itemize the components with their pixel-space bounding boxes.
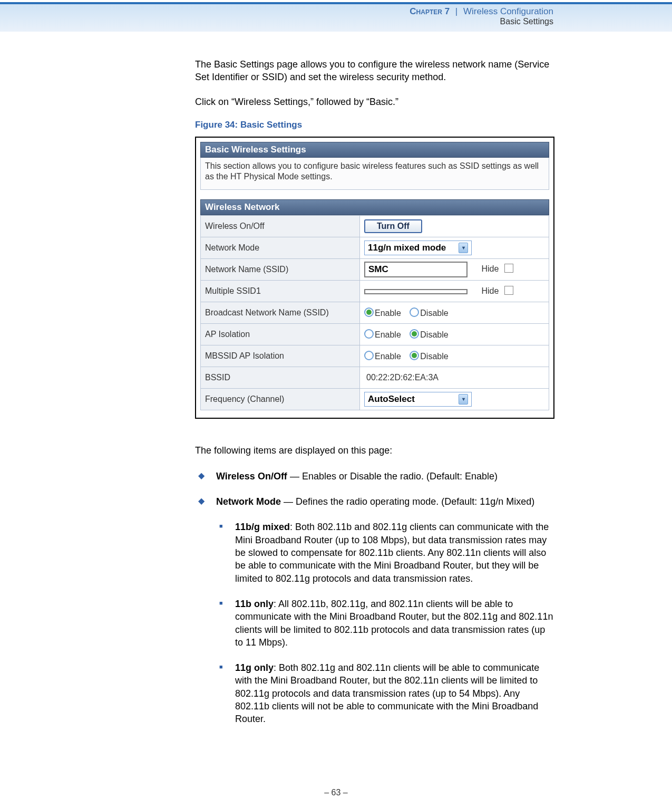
sub-bullet-11b-only: 11b only: All 802.11b, 802.11g, and 802.… (195, 598, 554, 649)
broadcast-ssid-label: Broadcast Network Name (SSID) (201, 302, 360, 323)
frequency-label: Frequency (Channel) (201, 388, 360, 410)
mbssid-enable-radio[interactable] (364, 351, 374, 360)
hide-ssid-checkbox[interactable] (504, 264, 513, 273)
items-intro: The following items are displayed on thi… (195, 445, 554, 456)
sub-bullet-title: 11b only (235, 599, 274, 609)
bssid-label: BSSID (201, 367, 360, 388)
apiso-disable-radio[interactable] (410, 329, 419, 339)
page-number: – 63 – (0, 788, 672, 797)
bullet-text: — Enables or Disable the radio. (Default… (287, 471, 498, 482)
multiple-ssid1-input[interactable] (364, 289, 468, 294)
sub-bullet-title: 11b/g mixed (235, 522, 290, 532)
network-mode-value: 11g/n mixed mode (368, 243, 446, 253)
panel-basic-wireless-desc: This section allows you to configure bas… (200, 158, 549, 190)
chapter-label: Chapter 7 (410, 6, 450, 16)
mbssid-disable-radio[interactable] (410, 351, 419, 360)
mbssid-isolation-label: MBSSID AP Isolation (201, 345, 360, 367)
mbssid-isolation-radio-group: Enable Disable (364, 352, 455, 361)
figure-caption: Figure 34: Basic Settings (195, 120, 554, 130)
intro-paragraph-1: The Basic Settings page allows you to co… (195, 58, 554, 84)
multiple-ssid1-label: Multiple SSID1 (201, 280, 360, 302)
page-subtitle: Basic Settings (0, 17, 553, 26)
bullet-network-mode: Network Mode — Defines the radio operati… (195, 495, 554, 508)
hide-mssid-checkbox[interactable] (504, 286, 513, 295)
broadcast-enable-radio[interactable] (364, 307, 374, 317)
sub-bullet-11bg-mixed: 11b/g mixed: Both 802.11b and 802.11g cl… (195, 521, 554, 584)
hide-mssid-label: Hide (481, 286, 499, 295)
chevron-down-icon: ▾ (459, 243, 468, 253)
ssid-input[interactable]: SMC (364, 262, 468, 277)
network-mode-label: Network Mode (201, 237, 360, 258)
broadcast-radio-group: Enable Disable (364, 309, 455, 318)
frequency-value: AutoSelect (368, 394, 415, 405)
sub-bullet-text: : Both 802.11g and 802.11n clients will … (235, 662, 539, 724)
ap-isolation-radio-group: Enable Disable (364, 330, 455, 339)
section-title: Wireless Configuration (463, 6, 553, 16)
panel-wireless-network-title: Wireless Network (200, 199, 549, 215)
wireless-onoff-label: Wireless On/Off (201, 215, 360, 237)
broadcast-disable-radio[interactable] (410, 307, 419, 317)
bullet-wireless-onoff: Wireless On/Off — Enables or Disable the… (195, 470, 554, 483)
network-mode-select[interactable]: 11g/n mixed mode ▾ (364, 241, 472, 255)
main-content: The Basic Settings page allows you to co… (195, 58, 554, 738)
bssid-value: 00:22:2D:62:EA:3A (364, 373, 439, 382)
chevron-down-icon: ▾ (459, 394, 468, 405)
separator: | (452, 6, 461, 16)
intro-paragraph-2: Click on “Wireless Settings,” followed b… (195, 95, 554, 108)
ssid-label: Network Name (SSID) (201, 258, 360, 280)
sub-bullet-text: : All 802.11b, 802.11g, and 802.11n clie… (235, 599, 553, 648)
panel-basic-wireless-title: Basic Wireless Settings (200, 142, 549, 158)
sub-bullet-title: 11g only (235, 662, 274, 673)
frequency-select[interactable]: AutoSelect ▾ (364, 392, 472, 407)
figure-screenshot: Basic Wireless Settings This section all… (195, 137, 554, 419)
sub-bullet-11g-only: 11g only: Both 802.11g and 802.11n clien… (195, 661, 554, 725)
settings-table: Wireless On/Off Turn Off Network Mode 11… (200, 215, 549, 410)
bullet-text: — Defines the radio operating mode. (Def… (281, 496, 534, 507)
apiso-enable-radio[interactable] (364, 329, 374, 339)
page-header: Chapter 7 | Wireless Configuration Basic… (0, 2, 672, 32)
bullet-title: Network Mode (216, 496, 281, 507)
ap-isolation-label: AP Isolation (201, 323, 360, 345)
turn-off-button[interactable]: Turn Off (364, 219, 422, 233)
bullet-title: Wireless On/Off (216, 471, 287, 482)
hide-ssid-label: Hide (481, 264, 499, 273)
